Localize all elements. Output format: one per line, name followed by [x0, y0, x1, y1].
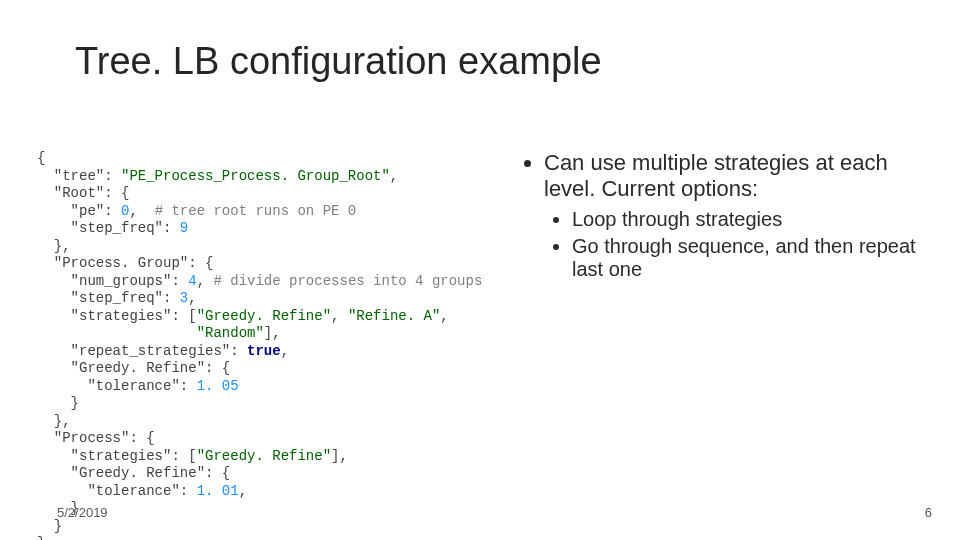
slide-title: Tree. LB configuration example	[75, 40, 602, 83]
code-line: "step_freq": 9	[37, 220, 188, 236]
code-line: "Greedy. Refine": {	[37, 360, 230, 376]
footer-date: 5/2/2019	[57, 505, 108, 520]
code-line: "Random"],	[37, 325, 281, 341]
code-line: "tolerance": 1. 05	[37, 378, 239, 394]
code-line: "num_groups": 4, # divide processes into…	[37, 273, 482, 289]
code-line: "step_freq": 3,	[37, 290, 197, 306]
footer-page-number: 6	[925, 505, 932, 520]
code-line: "tolerance": 1. 01,	[37, 483, 247, 499]
code-line: "strategies": ["Greedy. Refine", "Refine…	[37, 308, 449, 324]
code-line: },	[37, 238, 71, 254]
bullet-sub: Go through sequence, and then repeat las…	[572, 235, 930, 281]
code-line: "tree": "PE_Process_Process. Group_Root"…	[37, 168, 398, 184]
slide: Tree. LB configuration example { "tree":…	[0, 0, 960, 540]
code-line: "pe": 0, # tree root runs on PE 0	[37, 203, 356, 219]
bullet-list: Can use multiple strategies at each leve…	[520, 150, 930, 285]
code-line: "repeat_strategies": true,	[37, 343, 289, 359]
code-line: "Greedy. Refine": {	[37, 465, 230, 481]
code-line: "Root": {	[37, 185, 129, 201]
code-line: "Process. Group": {	[37, 255, 213, 271]
code-line: "strategies": ["Greedy. Refine"],	[37, 448, 348, 464]
code-line: "Process": {	[37, 430, 155, 446]
code-line: },	[37, 413, 71, 429]
code-line: }	[37, 395, 79, 411]
code-line: {	[37, 150, 45, 166]
bullet-text: Can use multiple strategies at each leve…	[544, 150, 888, 201]
bullet-sub: Loop through strategies	[572, 208, 930, 231]
code-line: }	[37, 535, 45, 540]
code-block: { "tree": "PE_Process_Process. Group_Roo…	[37, 150, 482, 540]
bullet-main: Can use multiple strategies at each leve…	[544, 150, 930, 281]
